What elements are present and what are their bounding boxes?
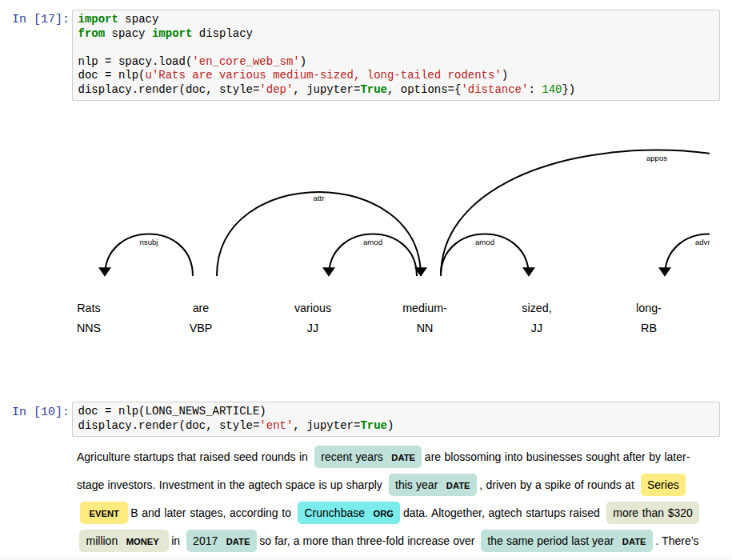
svg-text:NN: NN [417, 322, 434, 334]
svg-text:JJ: JJ [531, 322, 542, 334]
svg-text:amod: amod [363, 238, 382, 246]
svg-text:medium-: medium- [402, 302, 447, 314]
svg-text:are: are [193, 302, 210, 314]
svg-text:NNS: NNS [77, 322, 101, 334]
svg-text:sized,: sized, [522, 302, 551, 314]
svg-text:various: various [294, 302, 331, 314]
svg-text:RB: RB [641, 322, 657, 334]
svg-text:attr: attr [314, 194, 326, 202]
svg-text:Rats: Rats [77, 302, 100, 314]
svg-text:amod: amod [475, 238, 494, 246]
svg-text:nsubj: nsubj [140, 238, 158, 246]
svg-text:advmod: advmod [695, 238, 710, 246]
svg-text:VBP: VBP [190, 322, 213, 334]
svg-text:JJ: JJ [307, 322, 318, 334]
svg-text:long-: long- [636, 302, 662, 314]
svg-text:appos: appos [646, 154, 667, 162]
